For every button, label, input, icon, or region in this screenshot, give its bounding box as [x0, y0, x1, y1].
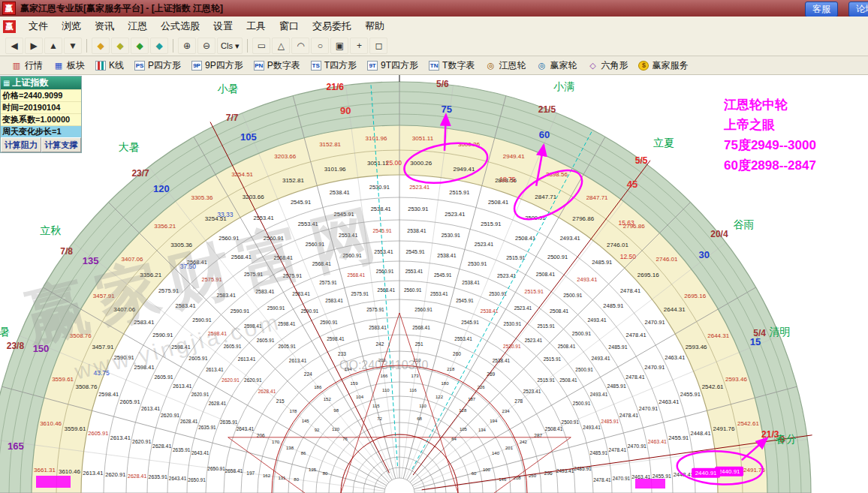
view-T四方形[interactable]: TST四方形 — [306, 58, 362, 74]
svg-text:2455.91: 2455.91 — [653, 473, 671, 479]
nav-up[interactable]: ▲ — [44, 38, 62, 54]
shape-arc-icon[interactable]: ◠ — [291, 38, 309, 54]
menu-item-4[interactable]: 公式选股 — [154, 17, 206, 35]
calc-support-button[interactable]: 计算支撑 — [41, 137, 82, 152]
svg-text:2508.41: 2508.41 — [558, 344, 576, 349]
svg-text:23/7: 23/7 — [131, 168, 149, 179]
title-bar: 赢 赢家江恩专业版[赢家服务平台] - [上证指数 江恩轮] 客服论坛 — [0, 0, 868, 17]
menu-item-8[interactable]: 交易委托 — [306, 17, 358, 35]
svg-text:2575.91: 2575.91 — [244, 272, 263, 277]
nav-right[interactable]: ▶ — [25, 38, 43, 54]
view-江恩轮[interactable]: ◎江恩轮 — [480, 58, 531, 74]
svg-text:2635.91: 2635.91 — [198, 425, 216, 430]
svg-text:242: 242 — [520, 440, 528, 444]
svg-text:2590.91: 2590.91 — [301, 308, 319, 314]
menu-item-7[interactable]: 窗口 — [273, 17, 306, 35]
svg-text:2695.16: 2695.16 — [684, 293, 706, 299]
svg-text:2493.41: 2493.41 — [560, 235, 580, 242]
svg-text:2485.91: 2485.91 — [592, 259, 612, 266]
toolbar-separator — [173, 39, 173, 53]
svg-text:2613.41: 2613.41 — [173, 383, 191, 389]
diamond-yellow[interactable]: ◆ — [92, 38, 110, 54]
svg-text:2545.91: 2545.91 — [461, 320, 479, 325]
info-panel: ▦ 上证指数 价格=2440.9099时间=20190104变换系数=1.000… — [0, 76, 82, 153]
svg-text:165: 165 — [8, 440, 24, 452]
svg-text:3457.91: 3457.91 — [93, 293, 115, 299]
svg-text:2530.91: 2530.91 — [504, 321, 522, 326]
svg-text:2508.41: 2508.41 — [515, 235, 535, 242]
menu-logo-icon: 赢 — [3, 20, 16, 33]
zoom-in-icon[interactable]: ⊕ — [178, 38, 196, 54]
svg-text:2575.91: 2575.91 — [283, 273, 302, 278]
svg-text:2538.41: 2538.41 — [437, 253, 456, 258]
svg-text:3101.96: 3101.96 — [366, 135, 387, 142]
menu-item-5[interactable]: 设置 — [206, 17, 240, 35]
menu-item-0[interactable]: 文件 — [22, 17, 55, 35]
svg-text:小满: 小满 — [553, 80, 574, 92]
svg-text:2847.71: 2847.71 — [535, 194, 556, 200]
view-9T四方形[interactable]: 9T9T四方形 — [362, 58, 423, 74]
svg-text:2590.91: 2590.91 — [114, 354, 134, 361]
svg-text:3407.06: 3407.06 — [122, 256, 143, 263]
svg-text:2493.41: 2493.41 — [583, 425, 601, 430]
diamond-green[interactable]: ◆ — [131, 38, 149, 54]
diamond-olive[interactable]: ◆ — [111, 38, 129, 54]
svg-text:2560.91: 2560.91 — [219, 235, 239, 242]
svg-text:2508.41: 2508.41 — [488, 199, 508, 206]
menu-item-6[interactable]: 工具 — [240, 17, 273, 35]
svg-text:2493.41: 2493.41 — [587, 317, 606, 323]
svg-text:3203.66: 3203.66 — [243, 194, 264, 200]
app-logo-icon: 赢 — [2, 2, 16, 15]
svg-text:2478.41: 2478.41 — [619, 413, 638, 418]
grid-icon: ▦ — [53, 61, 64, 71]
view-赢家轮[interactable]: ◎赢家轮 — [531, 58, 582, 74]
view-label: 行情 — [25, 59, 43, 72]
9t-icon: 9T — [367, 61, 378, 71]
svg-text:2628.41: 2628.41 — [152, 443, 171, 449]
menu-item-1[interactable]: 浏览 — [55, 17, 88, 35]
view-板块[interactable]: ▦板块 — [48, 58, 90, 74]
view-T数字表[interactable]: TNT数字表 — [423, 58, 480, 74]
svg-text:45: 45 — [627, 179, 637, 190]
zoom-out-icon[interactable]: ⊖ — [197, 38, 215, 54]
crosshair-icon[interactable]: + — [350, 38, 368, 54]
view-P数字表[interactable]: PNP数字表 — [249, 58, 306, 74]
menu-item-2[interactable]: 资讯 — [88, 17, 121, 35]
calc-resistance-button[interactable]: 计算阻力 — [1, 137, 41, 152]
marquee-select-icon[interactable]: ▣ — [330, 38, 348, 54]
view-9P四方形[interactable]: 9P9P四方形 — [186, 58, 249, 74]
svg-text:116: 116 — [409, 388, 417, 392]
svg-text:215: 215 — [276, 398, 285, 404]
svg-text:2635.91: 2635.91 — [220, 419, 238, 425]
svg-text:251: 251 — [415, 341, 423, 347]
shape-triangle-icon[interactable]: △ — [272, 38, 290, 54]
view-P四方形[interactable]: PSP四方形 — [129, 58, 186, 74]
forum-button[interactable]: 论坛 — [848, 2, 868, 17]
svg-text:2575.91: 2575.91 — [319, 280, 337, 285]
nav-left[interactable]: ◀ — [5, 38, 23, 54]
svg-text:清明: 清明 — [769, 326, 790, 338]
svg-text:186: 186 — [314, 385, 322, 389]
svg-text:100: 100 — [483, 467, 491, 472]
free-draw-icon[interactable]: ◻ — [369, 38, 387, 54]
shape-rect-icon[interactable]: ▭ — [252, 38, 270, 54]
svg-text:178: 178 — [289, 409, 297, 413]
svg-text:谷雨: 谷雨 — [734, 218, 755, 230]
diamond-teal[interactable]: ◆ — [150, 38, 168, 54]
view-K线[interactable]: K线 — [90, 58, 129, 74]
view-六角形[interactable]: ◇六角形 — [582, 58, 633, 74]
view-行情[interactable]: ▥行情 — [6, 58, 48, 74]
menu-item-9[interactable]: 帮助 — [358, 17, 391, 35]
menu-item-3[interactable]: 江恩 — [121, 17, 154, 35]
chart-icon: ▥ — [11, 61, 22, 71]
wheel-icon: ◎ — [485, 61, 496, 71]
svg-text:37.50: 37.50 — [180, 263, 197, 270]
nav-down[interactable]: ▼ — [64, 38, 82, 54]
shape-circle-icon[interactable]: ○ — [311, 38, 329, 54]
customer-service-button[interactable]: 客服 — [805, 2, 838, 17]
cls-dropdown[interactable]: Cls ▾ — [217, 38, 243, 54]
view-赢家服务[interactable]: $赢家服务 — [633, 58, 693, 74]
svg-text:2500.91: 2500.91 — [562, 419, 580, 425]
toolbar-separator — [86, 39, 87, 53]
pn-icon: PN — [254, 61, 264, 71]
